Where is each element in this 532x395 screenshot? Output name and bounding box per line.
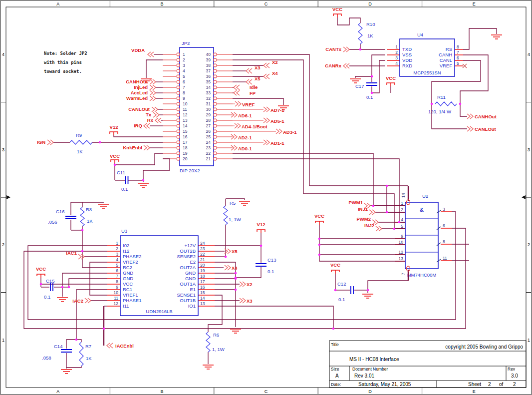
wire — [233, 153, 405, 206]
jp2-pin-circle — [177, 157, 180, 160]
ground-symbol — [138, 183, 149, 187]
jp2-pin-number: 5 — [183, 74, 185, 79]
u3-pin-name: E2 — [190, 259, 196, 265]
jp2-pin-circle — [177, 53, 180, 56]
u3-pin-number: 18 — [200, 274, 205, 279]
u3-pin-number: 11 — [114, 296, 118, 301]
jp2-pin-circle — [214, 108, 217, 111]
port-arrow-icon — [85, 298, 91, 303]
u4-pin-name: RXD — [402, 63, 412, 68]
net-label-canhout: CANHOut — [475, 114, 497, 119]
port-arrow-icon — [144, 145, 150, 150]
doc-number-label: Document Number — [352, 367, 388, 372]
port-arrow-icon — [369, 210, 375, 215]
jp2-pin-number: 13 — [183, 118, 188, 123]
net-label-v12: V12 — [110, 124, 118, 130]
junction-dot — [81, 250, 84, 253]
net-label-pwm1: PWM1 — [349, 200, 363, 205]
u3-pin-name: I12 — [123, 248, 129, 254]
rev-label: Rev — [508, 367, 516, 372]
wire — [114, 135, 163, 137]
u4-part: MCP2551SN — [413, 70, 441, 75]
jp2-pin-number: 23 — [206, 145, 211, 150]
jp2-pin-number: 33 — [206, 90, 211, 95]
u3-part: UDN2916LB — [146, 309, 172, 314]
jp2-pin-circle — [214, 102, 217, 105]
u3-pin-number: 16 — [200, 285, 205, 290]
note-line-2: with thin pins — [44, 60, 82, 65]
u3-pin-number: 6 — [116, 268, 118, 273]
net-label-canhout: CANHOut — [126, 79, 148, 84]
junction-dot — [75, 339, 78, 341]
port-arrow-icon — [264, 63, 269, 68]
r11-ref: R11 — [437, 94, 446, 100]
jp2-pin-circle — [177, 80, 180, 83]
schematic-sheet: Note: Solder JP2 with thin pins toward s… — [0, 0, 532, 395]
jp2-pin-number: 21 — [206, 156, 211, 161]
u3-pin-number: 1 — [116, 241, 118, 246]
border-column-letter: D — [368, 1, 372, 6]
jp2-pin-circle — [177, 152, 180, 155]
ground-symbol — [491, 35, 502, 39]
ground-symbol — [203, 365, 214, 369]
u3-pin-number: 2 — [116, 246, 118, 251]
junction-dot — [398, 221, 401, 224]
port-arrow-icon — [264, 140, 269, 145]
capacitor-symbol — [65, 216, 76, 219]
u3-pin-name: +12V — [185, 243, 196, 248]
u3-pin-number: 12 — [114, 301, 119, 306]
jp2-pin-number: 17 — [183, 140, 188, 145]
jp2-pin-number: 24 — [206, 140, 211, 145]
net-label-injled: InjLed — [134, 84, 148, 90]
jp2-pin-circle — [214, 113, 217, 116]
jp2-pin-number: 3 — [183, 63, 185, 68]
u3-pin-name: GND — [123, 270, 133, 276]
u3-pin-name: SENSE1 — [177, 292, 196, 298]
jp2-pin-number: 27 — [206, 123, 211, 128]
junction-dot — [367, 289, 369, 292]
border-row-number: 3 — [528, 147, 530, 152]
net-label-vcc: VCC — [386, 75, 396, 81]
net-label-vdda: VDDA — [131, 47, 145, 53]
port-arrow-icon — [276, 129, 282, 134]
resistor-symbol — [224, 206, 228, 225]
r9-value: 1K — [77, 149, 83, 154]
jp2-pin-number: 11 — [183, 107, 187, 112]
port-arrow-icon — [467, 126, 473, 131]
sheet-label: Sheet — [468, 382, 481, 387]
net-label-jp2: X5 — [255, 76, 261, 81]
jp2-pin-circle — [214, 124, 217, 127]
net-label-accled: AccLed — [131, 90, 148, 95]
u3-pin-name: VREF1 — [123, 292, 138, 298]
net-label-jp2: AD3-1 — [283, 129, 297, 135]
power-symbol — [111, 160, 119, 163]
ground-symbol — [230, 329, 241, 333]
wire — [146, 60, 163, 78]
jp2-pin-number: 32 — [206, 96, 211, 101]
power-symbol — [315, 221, 323, 225]
jp2-pin-circle — [214, 141, 217, 144]
wire — [460, 104, 467, 116]
jp2-pin-number: 7 — [183, 85, 185, 90]
c12-ref: C12 — [337, 281, 346, 287]
jp2-pin-circle — [214, 152, 217, 155]
u3-pin-name: RC2 — [123, 265, 132, 270]
jp2-pin-circle — [214, 119, 217, 122]
u2-pin-number: 10 — [399, 240, 404, 245]
jp2-pin-circle — [177, 124, 180, 127]
c15-value: 0.1 — [44, 294, 50, 300]
junction-dot — [334, 289, 337, 292]
jp2-pin-number: 1 — [183, 52, 185, 57]
u2-pin7: 7 — [401, 273, 406, 275]
port-arrow-icon — [150, 79, 156, 84]
u4-pin-number: 1 — [395, 44, 398, 49]
jp2-pin-circle — [177, 86, 180, 89]
junction-dot — [235, 289, 237, 291]
junction-dot — [81, 229, 84, 232]
jp2-pin-circle — [214, 91, 217, 94]
junction-dot — [431, 103, 433, 105]
power-symbol — [387, 83, 395, 86]
u4-pin-name: CANH — [439, 52, 452, 57]
u4-pin-number: 7 — [457, 50, 459, 55]
junction-dot — [235, 278, 237, 280]
